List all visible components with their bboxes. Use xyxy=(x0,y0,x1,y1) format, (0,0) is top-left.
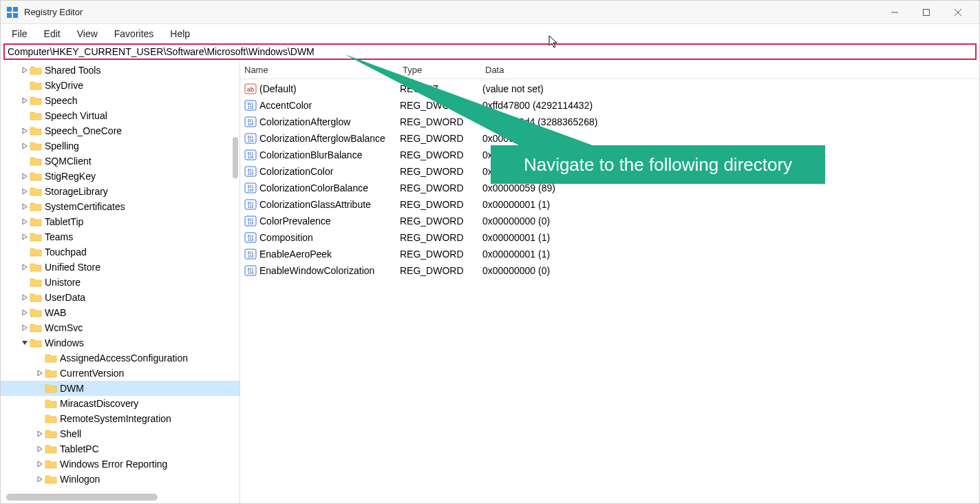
folder-icon xyxy=(45,413,57,424)
tree-item[interactable]: TabletPC xyxy=(1,441,239,456)
tree-item[interactable]: WAB xyxy=(1,305,239,320)
chevron-right-icon[interactable] xyxy=(20,174,30,179)
tree-item[interactable]: StorageLibrary xyxy=(1,184,239,199)
tree-item[interactable]: Speech_OneCore xyxy=(1,123,239,138)
chevron-right-icon[interactable] xyxy=(20,204,30,209)
chevron-right-icon[interactable] xyxy=(35,476,45,482)
tree-item[interactable]: StigRegKey xyxy=(1,169,239,184)
folder-icon xyxy=(45,398,57,409)
menubar: File Edit View Favorites Help xyxy=(1,24,979,43)
header-type[interactable]: Type xyxy=(403,65,485,75)
tree-item[interactable]: SkyDrive xyxy=(1,78,239,93)
tree-item[interactable]: Winlogon xyxy=(1,472,239,487)
value-type: REG_DWORD xyxy=(400,182,482,193)
value-row[interactable]: 011110ColorizationAfterglowREG_DWORD0xc4… xyxy=(240,114,979,130)
header-name[interactable]: Name xyxy=(244,65,403,75)
value-name: ColorizationColor xyxy=(259,166,333,177)
tree-item[interactable]: MiracastDiscovery xyxy=(1,396,239,411)
menu-edit[interactable]: Edit xyxy=(37,25,67,42)
chevron-right-icon[interactable] xyxy=(35,446,45,452)
close-button[interactable] xyxy=(942,1,974,24)
value-row[interactable]: ab(Default)REG_SZ(value not set) xyxy=(240,81,979,97)
tree-item[interactable]: CurrentVersion xyxy=(1,366,239,381)
tree-item[interactable]: AssignedAccessConfiguration xyxy=(1,350,239,366)
tree-item[interactable]: SQMClient xyxy=(1,154,239,169)
tree-item[interactable]: Speech xyxy=(1,93,239,108)
value-data: 0x00000059 (89) xyxy=(482,182,979,193)
value-data: 0x00000001 (1) xyxy=(482,249,979,260)
tree-item[interactable]: Speech Virtual xyxy=(1,108,239,123)
tree-item[interactable]: Spelling xyxy=(1,138,239,154)
chevron-right-icon[interactable] xyxy=(20,128,30,134)
tree-item[interactable]: WcmSvc xyxy=(1,320,239,335)
tree-item[interactable]: Unified Store xyxy=(1,260,239,275)
dword-value-icon: 011110 xyxy=(244,116,257,128)
dword-value-icon: 011110 xyxy=(244,198,257,211)
dword-value-icon: 011110 xyxy=(244,99,257,112)
tree-item[interactable]: DWM xyxy=(1,381,239,396)
folder-icon xyxy=(45,459,57,470)
tree-item[interactable]: TabletTip xyxy=(1,214,239,229)
tree-item[interactable]: Unistore xyxy=(1,275,239,290)
tree-item-label: Teams xyxy=(45,231,73,242)
menu-file[interactable]: File xyxy=(5,25,34,42)
folder-icon xyxy=(30,171,42,182)
chevron-right-icon[interactable] xyxy=(20,234,30,240)
menu-favorites[interactable]: Favorites xyxy=(107,25,161,42)
chevron-right-icon[interactable] xyxy=(20,219,30,224)
tree-item[interactable]: RemoteSystemIntegration xyxy=(1,411,239,426)
value-row[interactable]: 011110EnableAeroPeekREG_DWORD0x00000001 … xyxy=(240,246,979,262)
address-bar[interactable]: Computer\HKEY_CURRENT_USER\Software\Micr… xyxy=(3,43,977,60)
tree-item[interactable]: UserData xyxy=(1,290,239,305)
tree-item[interactable]: Windows xyxy=(1,335,239,350)
menu-view[interactable]: View xyxy=(70,25,105,42)
chevron-right-icon[interactable] xyxy=(20,67,30,73)
tree-item[interactable]: Teams xyxy=(1,229,239,244)
value-row[interactable]: 011110EnableWindowColorizationREG_DWORD0… xyxy=(240,262,979,279)
value-data: 0xffd47800 (4292114432) xyxy=(482,100,979,111)
maximize-button[interactable] xyxy=(910,1,942,24)
value-row[interactable]: 011110ColorizationAfterglowBalanceREG_DW… xyxy=(240,130,979,147)
tree-item-label: Speech_OneCore xyxy=(45,125,122,136)
folder-icon xyxy=(30,277,42,288)
chevron-right-icon[interactable] xyxy=(20,143,30,149)
chevron-right-icon[interactable] xyxy=(20,295,30,300)
folder-icon xyxy=(45,443,57,454)
tree-vertical-scrollbar[interactable] xyxy=(233,137,238,178)
chevron-right-icon[interactable] xyxy=(35,431,45,437)
tree-item-label: UserData xyxy=(45,292,85,303)
chevron-right-icon[interactable] xyxy=(20,98,30,103)
value-row[interactable]: 011110AccentColorREG_DWORD0xffd47800 (42… xyxy=(240,97,979,114)
value-row[interactable]: 011110CompositionREG_DWORD0x00000001 (1) xyxy=(240,229,979,246)
chevron-right-icon[interactable] xyxy=(20,325,30,330)
tree-item[interactable]: Touchpad xyxy=(1,244,239,260)
value-type: REG_SZ xyxy=(400,83,482,94)
tree-item[interactable]: SystemCertificates xyxy=(1,199,239,214)
value-name: ColorizationBlurBalance xyxy=(259,149,362,160)
folder-icon xyxy=(30,186,42,197)
tree-item-label: Touchpad xyxy=(45,246,87,258)
tree-item[interactable]: Shared Tools xyxy=(1,63,239,78)
values-header[interactable]: Name Type Data xyxy=(240,61,979,79)
minimize-button[interactable] xyxy=(879,1,910,24)
tree-item-label: SystemCertificates xyxy=(45,201,125,212)
menu-help[interactable]: Help xyxy=(163,25,197,42)
value-name: ColorizationAfterglowBalance xyxy=(259,133,385,144)
chevron-right-icon[interactable] xyxy=(20,310,30,315)
chevron-right-icon[interactable] xyxy=(35,370,45,376)
registry-tree[interactable]: Shared ToolsSkyDriveSpeechSpeech Virtual… xyxy=(1,61,239,488)
tree-item[interactable]: Windows Error Reporting xyxy=(1,456,239,472)
chevron-right-icon[interactable] xyxy=(35,461,45,467)
chevron-down-icon[interactable] xyxy=(20,340,30,346)
chevron-right-icon[interactable] xyxy=(20,189,30,194)
value-row[interactable]: 011110ColorPrevalenceREG_DWORD0x00000000… xyxy=(240,213,979,229)
tree-item[interactable]: Shell xyxy=(1,426,239,441)
svg-text:110: 110 xyxy=(248,188,254,192)
tree-item-label: Windows Error Reporting xyxy=(60,459,167,470)
tree-item-label: WAB xyxy=(45,307,66,318)
folder-icon xyxy=(30,80,42,91)
chevron-right-icon[interactable] xyxy=(20,264,30,270)
value-row[interactable]: 011110ColorizationGlassAttributeREG_DWOR… xyxy=(240,196,979,213)
tree-horizontal-scrollbar[interactable] xyxy=(6,494,158,501)
header-data[interactable]: Data xyxy=(485,65,979,75)
